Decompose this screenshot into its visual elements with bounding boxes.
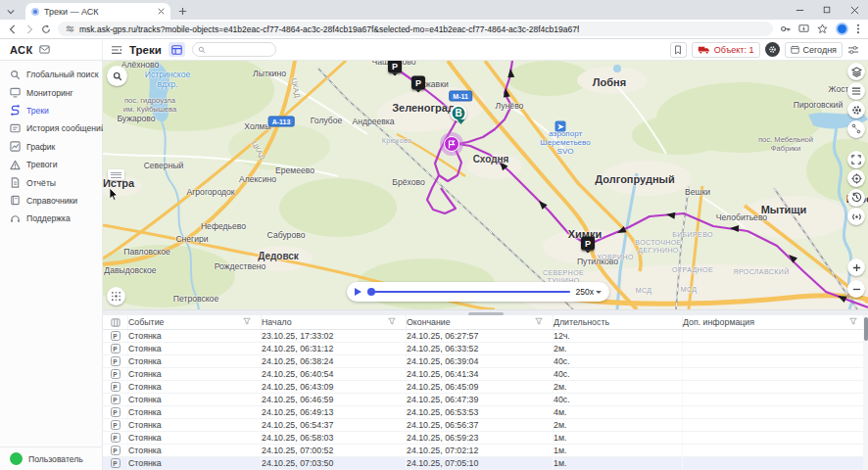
bookmark-star-icon[interactable] [817,24,828,34]
browser-tab[interactable]: Треки — АСК [25,3,170,20]
new-tab-button[interactable] [172,3,192,20]
columns-settings-icon[interactable] [103,315,128,329]
browser-actions [780,23,860,35]
filter-icon[interactable] [849,317,857,327]
passwords-key-icon[interactable] [780,24,791,34]
filter-icon[interactable] [243,317,251,327]
table-row[interactable]: PСтоянка24.10.25, 06:54:3724.10.25, 06:5… [103,419,868,432]
minimize-icon[interactable] [786,0,813,20]
map-controls [847,63,865,225]
sidebar-item-label: Справочники [26,196,77,206]
sidebar-item-report[interactable]: Отчёты [0,173,102,191]
table-scrollbar[interactable] [863,315,868,470]
forward-icon[interactable] [24,24,34,34]
table-row[interactable]: PСтоянка24.10.25, 06:46:5924.10.25, 06:4… [103,394,868,406]
tab-close-icon[interactable] [158,8,165,15]
map[interactable]: АлёхновоИстринское вдхр.пос. гидроузла и… [103,61,868,309]
playback-speed[interactable]: 250х [576,287,602,297]
object-settings-gear-icon[interactable] [765,42,780,57]
cell-event: Стоянка [128,394,262,405]
ruler-map-button[interactable] [847,120,865,138]
table-row[interactable]: PСтоянка24.10.25, 06:31:1224.10.25, 06:3… [103,343,868,355]
reload-icon[interactable] [41,24,51,34]
zoom-in-button[interactable] [847,258,865,276]
sidebar-item-message[interactable]: История сообщений [0,119,102,137]
browser-urlbar: msk.ask-gps.ru/tracks?mobile-objects=e41… [0,20,868,39]
install-icon[interactable] [798,24,809,34]
column-header[interactable]: Длительность [554,315,683,329]
playback-slider[interactable] [367,288,570,296]
maximize-icon[interactable] [813,0,841,20]
cell-end: 24.10.25, 06:45:09 [407,381,554,393]
map-legend-button[interactable] [108,169,124,180]
envelope-icon[interactable] [39,45,50,54]
column-header[interactable]: Начало [262,315,407,329]
zoom-out-button[interactable] [847,280,865,298]
user-block[interactable]: Пользователь [0,446,102,470]
table-row[interactable]: PСтоянка24.10.25, 06:49:1324.10.25, 06:5… [103,406,868,419]
column-header[interactable]: Событие [128,315,262,329]
app-toolbar: Треки [103,42,670,57]
filter-icon[interactable] [535,317,543,327]
settings-sliders-icon[interactable] [847,45,859,55]
column-header[interactable]: Доп. информация [683,315,868,329]
site-settings-icon[interactable] [66,24,74,33]
search-input[interactable] [209,45,267,55]
sidebar-item-book[interactable]: Справочники [0,192,102,210]
calendar-icon [791,45,799,54]
table-row[interactable]: PСтоянка24.10.25, 07:03:5024.10.25, 07:0… [103,457,868,470]
date-label: Сегодня [803,45,838,55]
play-icon[interactable] [355,288,362,296]
layers-map-button[interactable] [847,63,865,80]
table-view-toggle[interactable] [169,42,185,57]
sidebar-item-label: История сообщений [26,123,106,133]
column-header[interactable]: Окончание [407,315,554,329]
target-map-button[interactable] [847,169,865,187]
route-icon [10,105,21,116]
sidebar-item-search[interactable]: Глобальный поиск [0,66,102,83]
cell-event: Стоянка [128,432,262,444]
table-row[interactable]: PСтоянка24.10.25, 06:38:2424.10.25, 06:3… [103,355,868,368]
filter-icon[interactable] [388,317,396,327]
gear-map-button[interactable] [847,101,865,118]
history-map-button[interactable] [847,189,865,207]
cell-duration: 1м. [554,432,683,444]
table-row[interactable]: PСтоянка24.10.25, 06:40:5424.10.25, 06:4… [103,368,868,381]
table-row[interactable]: PСтоянка24.10.25, 07:00:5224.10.25, 07:0… [103,445,868,457]
profile-avatar[interactable] [836,23,848,35]
cell-start: 24.10.25, 07:00:52 [262,445,407,456]
cell-extra [683,355,868,367]
menu-dots-icon[interactable] [856,24,860,34]
fit-track-button[interactable] [107,287,125,306]
map-search-button[interactable] [107,66,127,86]
map-zoom-controls [847,258,865,298]
monitor-icon [10,87,21,98]
toolbar-search[interactable] [192,42,276,57]
object-button[interactable]: Объект: 1 [692,42,760,58]
date-button[interactable]: Сегодня [785,42,844,58]
cell-start: 24.10.25, 06:31:12 [262,343,407,354]
cell-duration: 40с. [554,394,683,405]
back-icon[interactable] [8,24,18,34]
sidebar-item-support[interactable]: Поддержка [0,210,102,227]
sidebar-item-monitor[interactable]: Мониторинг [0,83,102,101]
url-field[interactable]: msk.ask-gps.ru/tracks?mobile-objects=e41… [58,22,773,36]
collapse-panel-icon[interactable] [111,45,122,55]
sidebar-item-chart[interactable]: График [0,138,102,156]
expand-map-button[interactable] [847,151,865,168]
close-window-icon[interactable] [841,0,868,20]
table-row[interactable]: PСтоянка24.10.25, 06:43:0924.10.25, 06:4… [103,381,868,394]
list-map-button[interactable] [847,82,865,100]
cell-extra [683,445,868,456]
table-row[interactable]: PСтоянка24.10.25, 06:58:0324.10.25, 06:5… [103,432,868,445]
cell-extra [683,406,868,418]
table-row[interactable]: PСтоянка23.10.25, 17:33:0224.10.25, 06:2… [103,330,868,343]
signal-map-button[interactable] [847,208,865,225]
bookmark-button[interactable] [670,42,687,58]
app-logo-area: АСК [0,39,103,60]
playback-bar: 250х [347,282,609,302]
tab-search-icon[interactable] [0,4,22,20]
sidebar-item-alarm[interactable]: Тревоги [0,156,102,173]
sidebar-item-route[interactable]: Треки [0,102,102,119]
cell-extra [683,394,868,405]
